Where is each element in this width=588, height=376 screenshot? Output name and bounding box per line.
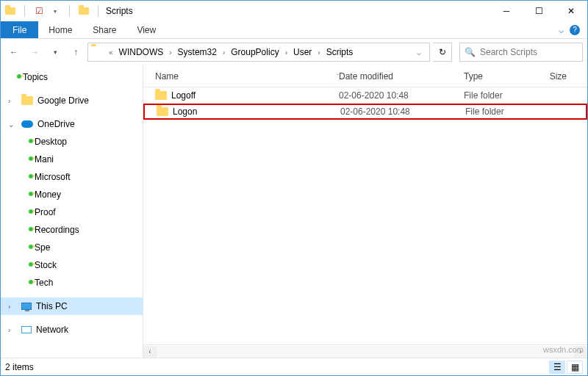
crumb-scripts[interactable]: Scripts bbox=[323, 47, 356, 57]
ribbon: File Home Share View ⌵ ? bbox=[1, 21, 587, 39]
sidebar-item-google-drive[interactable]: ›Google Drive bbox=[1, 92, 143, 109]
folder-icon bbox=[157, 107, 168, 116]
crumb-windows[interactable]: WINDOWS bbox=[116, 47, 167, 57]
sidebar-item-stock[interactable]: Stock bbox=[1, 256, 143, 274]
chevron-right-icon: › bbox=[220, 48, 228, 57]
navigation-pane: Topics ›Google Drive ⌄OneDrive Desktop M… bbox=[1, 65, 143, 358]
window-title: Scripts bbox=[103, 6, 490, 16]
folder-icon bbox=[77, 4, 90, 18]
explorer-body: Topics ›Google Drive ⌄OneDrive Desktop M… bbox=[1, 65, 587, 358]
window-controls: ─ ☐ ✕ bbox=[490, 1, 587, 21]
address-dropdown[interactable]: ⌵ bbox=[412, 48, 426, 57]
sidebar-item-this-pc[interactable]: ›This PC bbox=[1, 297, 143, 315]
minimize-button[interactable]: ─ bbox=[490, 1, 523, 21]
sidebar-item-spe[interactable]: Spe bbox=[1, 239, 143, 256]
header-size[interactable]: Size bbox=[537, 71, 574, 82]
chevron-right-icon: › bbox=[282, 48, 290, 57]
sidebar-item-network[interactable]: ›Network bbox=[1, 321, 143, 339]
header-date[interactable]: Date modified bbox=[339, 71, 464, 82]
folder-icon bbox=[91, 46, 103, 58]
tab-home[interactable]: Home bbox=[38, 21, 82, 38]
separator bbox=[98, 5, 98, 17]
maximize-button[interactable]: ☐ bbox=[523, 1, 555, 21]
folder-icon bbox=[155, 91, 167, 100]
sidebar-item-proof[interactable]: Proof bbox=[1, 203, 143, 221]
search-placeholder: Search Scripts bbox=[480, 47, 537, 57]
refresh-button[interactable]: ↻ bbox=[433, 43, 452, 62]
close-button[interactable]: ✕ bbox=[555, 1, 587, 21]
tab-share[interactable]: Share bbox=[82, 21, 126, 38]
search-input[interactable]: 🔍 Search Scripts bbox=[459, 43, 583, 62]
chevron-left-icon[interactable]: « bbox=[106, 48, 116, 57]
separator bbox=[24, 5, 25, 17]
content-pane: Nameˆ Date modified Type Size Logoff 02-… bbox=[143, 65, 587, 358]
column-headers: Nameˆ Date modified Type Size bbox=[143, 65, 587, 87]
details-view-button[interactable]: ☰ bbox=[549, 361, 565, 374]
sidebar-item-money[interactable]: Money bbox=[1, 186, 143, 203]
list-item[interactable]: Logoff 02-06-2020 10:48 File folder bbox=[143, 87, 587, 104]
explorer-window: ☑ ▾ Scripts ─ ☐ ✕ File Home Share View ⌵… bbox=[0, 0, 588, 376]
breadcrumb[interactable]: « WINDOWS › System32 › GroupPolicy › Use… bbox=[87, 43, 430, 62]
network-icon bbox=[21, 326, 32, 333]
header-name[interactable]: Nameˆ bbox=[143, 71, 339, 82]
crumb-system32[interactable]: System32 bbox=[175, 47, 220, 57]
chevron-right-icon: › bbox=[315, 48, 323, 57]
recent-dropdown[interactable]: ▾ bbox=[46, 43, 64, 61]
back-button[interactable]: ← bbox=[5, 43, 23, 61]
list-item[interactable]: Logon 02-06-2020 10:48 File folder bbox=[143, 104, 587, 120]
search-icon: 🔍 bbox=[465, 47, 476, 57]
icons-view-button[interactable]: ▦ bbox=[567, 361, 583, 374]
sidebar-item-desktop[interactable]: Desktop bbox=[1, 133, 143, 151]
dropdown-icon[interactable]: ▾ bbox=[49, 4, 62, 18]
chevron-down-icon[interactable]: ⌵ bbox=[559, 25, 564, 35]
folder-icon bbox=[4, 4, 17, 18]
tab-view[interactable]: View bbox=[126, 21, 166, 38]
checkmark-icon[interactable]: ☑ bbox=[32, 4, 46, 18]
ribbon-help: ⌵ ? bbox=[559, 21, 587, 38]
header-type[interactable]: Type bbox=[464, 71, 537, 82]
item-count: 2 items bbox=[5, 362, 34, 372]
scroll-left-button[interactable]: ‹ bbox=[143, 346, 157, 358]
separator bbox=[69, 5, 70, 17]
sidebar-item-topics[interactable]: Topics bbox=[1, 68, 143, 86]
crumb-grouppolicy[interactable]: GroupPolicy bbox=[228, 47, 282, 57]
sidebar-item-onedrive[interactable]: ⌄OneDrive bbox=[1, 115, 143, 133]
status-bar: 2 items ☰ ▦ bbox=[1, 358, 587, 375]
file-list: Logoff 02-06-2020 10:48 File folder Logo… bbox=[143, 87, 587, 344]
view-switcher: ☰ ▦ bbox=[549, 361, 583, 374]
sidebar-item-recordings[interactable]: Recordings bbox=[1, 221, 143, 239]
sidebar-item-mani[interactable]: Mani bbox=[1, 151, 143, 168]
horizontal-scrollbar[interactable]: ‹ › bbox=[143, 344, 587, 358]
watermark: wsxdn.com bbox=[543, 345, 584, 354]
cloud-icon bbox=[21, 120, 33, 128]
file-menu[interactable]: File bbox=[1, 21, 38, 38]
sidebar-item-microsoft[interactable]: Microsoft bbox=[1, 168, 143, 186]
title-bar: ☑ ▾ Scripts ─ ☐ ✕ bbox=[1, 1, 587, 21]
help-icon[interactable]: ? bbox=[570, 25, 580, 35]
address-bar-row: ← → ▾ ↑ « WINDOWS › System32 › GroupPoli… bbox=[1, 39, 587, 65]
quick-access-toolbar: ☑ ▾ bbox=[1, 4, 93, 18]
forward-button[interactable]: → bbox=[26, 43, 43, 61]
up-button[interactable]: ↑ bbox=[67, 43, 85, 61]
chevron-right-icon: › bbox=[166, 48, 174, 57]
crumb-user[interactable]: User bbox=[290, 47, 315, 57]
sidebar-item-tech[interactable]: Tech bbox=[1, 274, 143, 292]
pc-icon bbox=[21, 303, 32, 310]
